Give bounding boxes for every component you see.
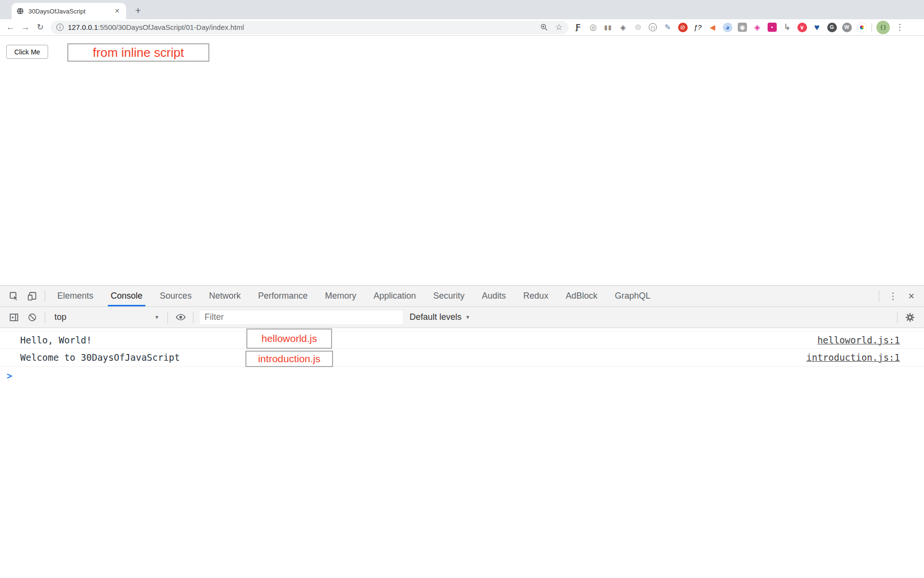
bug-extension-icon[interactable]: ◈: [616, 20, 630, 35]
console-message-text: Welcome to 30DaysOfJavaScript: [20, 352, 807, 363]
tab-elements[interactable]: Elements: [49, 286, 102, 306]
profile-avatar[interactable]: { }: [876, 21, 890, 34]
tab-memory[interactable]: Memory: [316, 286, 365, 306]
console-source-link[interactable]: helloworld.js:1: [817, 335, 900, 345]
new-tab-button[interactable]: +: [131, 3, 145, 18]
reload-icon[interactable]: ↻: [33, 22, 48, 32]
click-me-button[interactable]: Click Me: [6, 45, 48, 59]
devtools-separator: [897, 312, 898, 323]
log-levels-dropdown[interactable]: Default levels ▼: [410, 312, 470, 322]
tab-redux[interactable]: Redux: [514, 286, 557, 306]
tab-audits[interactable]: Audits: [473, 286, 514, 306]
context-selector-value: top: [54, 312, 66, 322]
tab-title: 30DaysOfJavaScript: [28, 8, 109, 15]
console-prompt-chevron-icon: >: [7, 370, 12, 381]
devtools-separator: [193, 312, 193, 323]
devtools-close-icon[interactable]: ×: [903, 290, 919, 302]
tab-security[interactable]: Security: [424, 286, 473, 306]
console-toolbar: top ▼ Default levels ▼: [0, 307, 924, 328]
console-drawer-icon[interactable]: [5, 307, 23, 328]
console-message-row: Welcome to 30DaysOfJavaScript introducti…: [0, 349, 924, 367]
tab-application[interactable]: Application: [365, 286, 424, 306]
devtools-menu-icon[interactable]: ⋮: [883, 290, 903, 302]
browser-tabstrip: 30DaysOfJavaScript × +: [0, 0, 924, 19]
tab-sources[interactable]: Sources: [151, 286, 200, 306]
devtools-separator: [45, 312, 45, 323]
tab-adblock[interactable]: AdBlock: [557, 286, 606, 306]
pink-badge-extension-icon[interactable]: ▪: [765, 20, 780, 35]
console-message-text: Hello, World!: [20, 335, 817, 345]
tab-network[interactable]: Network: [200, 286, 249, 306]
page-info-icon[interactable]: i: [56, 24, 64, 31]
console-messages: Hello, World! helloworld.js:1 Welcome to…: [0, 331, 924, 381]
stop-hand-extension-icon[interactable]: ⊘: [675, 20, 690, 35]
megaphone-extension-icon[interactable]: ◀: [705, 20, 720, 35]
context-selector[interactable]: top ▼: [49, 312, 164, 322]
devtools-separator: [167, 312, 168, 323]
tab-graphql[interactable]: GraphQL: [606, 286, 659, 306]
inspect-element-icon[interactable]: [5, 286, 23, 306]
devtools-separator: [879, 290, 879, 302]
font-script-extension-icon[interactable]: Ƒ: [571, 20, 586, 35]
zoom-icon[interactable]: [540, 23, 548, 31]
pocket-extension-icon[interactable]: ∨: [795, 20, 809, 35]
flower-grid-extension-icon[interactable]: ⊛: [630, 20, 645, 35]
swirl-extension-icon[interactable]: ◕: [720, 20, 735, 35]
devtools-tabbar-actions: ⋮ ×: [875, 290, 924, 302]
braces-circle-extension-icon[interactable]: {··}: [645, 20, 660, 35]
globe-favicon-icon: [16, 7, 24, 15]
settings-gear-icon[interactable]: [901, 312, 919, 323]
url-text: 127.0.0.1:5500/30DaysOfJavaScript/01-Day…: [68, 23, 244, 31]
function-help-extension-icon[interactable]: ƒ?: [690, 20, 705, 35]
chevron-down-icon: ▼: [154, 315, 159, 320]
console-message-row: Hello, World! helloworld.js:1: [0, 331, 924, 349]
heart-search-extension-icon[interactable]: ♥: [809, 20, 824, 35]
console-settings-area: [894, 312, 919, 323]
introduction-annotation: introduction.js: [245, 351, 333, 367]
browser-toolbar: ← → ↻ i 127.0.0.1:5500/30DaysOfJavaScrip…: [0, 19, 924, 36]
color-wheel-extension-icon[interactable]: [854, 20, 869, 35]
g-circle-extension-icon[interactable]: G: [824, 20, 839, 35]
forward-icon[interactable]: →: [18, 22, 33, 32]
devtools-separator: [45, 290, 45, 302]
helloworld-annotation: helloworld.js: [246, 328, 332, 349]
camera-extension-icon[interactable]: ◉: [735, 20, 750, 35]
clear-console-icon[interactable]: [23, 307, 41, 328]
columns-extension-icon[interactable]: ▮▮: [601, 20, 616, 35]
inline-script-annotation: from inline script: [67, 43, 209, 62]
extensions-bar: Ƒ ◎ ▮▮ ◈ ⊛ {··} ✎ ⊘ ƒ? ◀ ◕ ◉ ◈ ▪ ↳ ∨ ♥ G…: [571, 20, 908, 35]
device-toolbar-icon[interactable]: [23, 286, 41, 306]
console-source-link[interactable]: introduction.js:1: [807, 352, 900, 363]
log-levels-label: Default levels: [410, 312, 462, 322]
console-filter-input[interactable]: [200, 311, 403, 324]
w-circle-extension-icon[interactable]: W: [839, 20, 854, 35]
omnibox-actions: ☆: [540, 23, 563, 31]
tab-console[interactable]: Console: [102, 286, 151, 306]
devtools-tabbar: Elements Console Sources Network Perform…: [0, 286, 924, 307]
atom-extension-icon[interactable]: ◈: [750, 20, 765, 35]
chrome-menu-icon[interactable]: ⋮: [892, 22, 908, 32]
bookmark-star-icon[interactable]: ☆: [555, 23, 563, 31]
back-icon[interactable]: ←: [3, 22, 18, 32]
live-expression-eye-icon[interactable]: [171, 307, 190, 328]
target-extension-icon[interactable]: ◎: [586, 20, 601, 35]
browser-tab[interactable]: 30DaysOfJavaScript ×: [12, 3, 126, 19]
tab-performance[interactable]: Performance: [249, 286, 316, 306]
url-host: 127.0.0.1: [68, 23, 98, 31]
page-content: Click Me from inline script: [0, 36, 924, 285]
toolbar-separator: [872, 23, 872, 32]
url-path: :5500/30DaysOfJavaScript/01-Day/index.ht…: [98, 23, 244, 31]
console-prompt-row[interactable]: >: [0, 367, 924, 381]
address-bar[interactable]: i 127.0.0.1:5500/30DaysOfJavaScript/01-D…: [51, 21, 568, 34]
tab-close-icon[interactable]: ×: [113, 7, 121, 15]
eyedropper-extension-icon[interactable]: ✎: [660, 20, 675, 35]
devtools-panel: Elements Console Sources Network Perform…: [0, 285, 924, 578]
corner-arrow-extension-icon[interactable]: ↳: [780, 20, 795, 35]
chevron-down-icon: ▼: [465, 315, 470, 320]
